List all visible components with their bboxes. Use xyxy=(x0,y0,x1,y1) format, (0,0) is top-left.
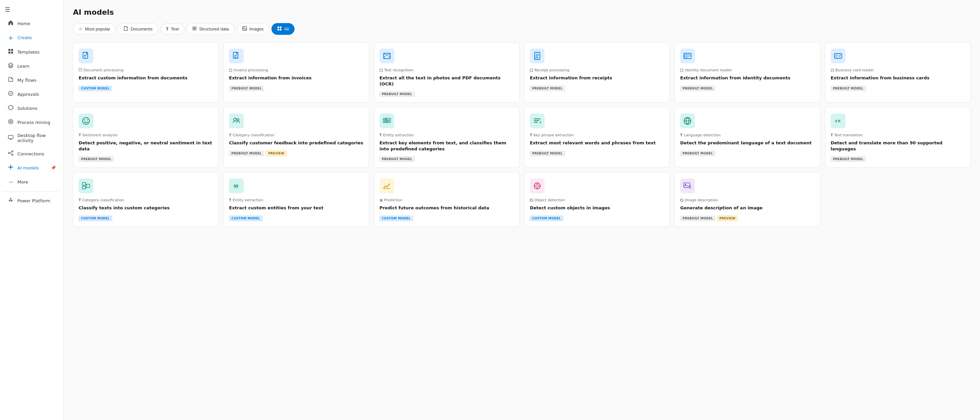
card-object-detection[interactable]: Object detection Detect custom objects i… xyxy=(524,172,670,227)
card-title-biz-card: Extract information from business cards xyxy=(831,75,965,81)
card-icon-text-translation: AA xyxy=(831,113,845,128)
filter-text[interactable]: T Text xyxy=(160,24,185,35)
badge-row-invoice: PREBUILT MODEL xyxy=(229,85,363,91)
sidebar-item-ai-models[interactable]: AI models 📌 xyxy=(2,161,61,174)
sidebar-item-process-mining[interactable]: Process mining xyxy=(2,115,61,129)
badge-custom-doc: CUSTOM MODEL xyxy=(79,86,112,91)
all-filter-icon xyxy=(277,26,282,32)
badge-preview-cat: PREVIEW xyxy=(266,151,286,156)
card-category-custom[interactable]: T Category classification Classify texts… xyxy=(73,172,218,227)
filter-structured-data[interactable]: Structured data xyxy=(186,23,235,35)
sidebar-label-create: Create xyxy=(18,35,32,40)
card-meta-category-prebuilt: T Category classification xyxy=(229,133,363,137)
sidebar-item-connections[interactable]: Connections xyxy=(2,147,61,160)
badge-custom-cat2: CUSTOM MODEL xyxy=(79,216,112,221)
card-title-key-phrase: Extract most relevant words and phrases … xyxy=(530,140,664,146)
process-mining-icon xyxy=(7,119,14,126)
sidebar-item-desktop-flow[interactable]: Desktop flow activity xyxy=(2,129,61,146)
sidebar-item-power-platform[interactable]: Power Platform xyxy=(2,194,61,207)
card-sentiment[interactable]: T Sentiment analysis Detect positive, ne… xyxy=(73,107,218,168)
card-key-phrase[interactable]: T Key phrase extraction Extract most rel… xyxy=(524,107,670,168)
svg-rect-22 xyxy=(277,26,279,28)
sidebar-item-templates[interactable]: Templates xyxy=(2,45,61,59)
badge-row-entity-prebuilt: PREBUILT MODEL xyxy=(380,155,514,162)
filter-images[interactable]: Images xyxy=(237,23,269,35)
card-invoice-processing[interactable]: Invoice processing Extract information f… xyxy=(223,42,369,102)
card-icon-doc-processing xyxy=(79,49,93,63)
card-title-entity-prebuilt: Extract key elements from text, and clas… xyxy=(380,140,514,152)
sidebar-label-desktop-flow: Desktop flow activity xyxy=(18,133,56,143)
svg-rect-45 xyxy=(86,184,90,188)
power-platform-icon xyxy=(7,197,14,204)
svg-point-37 xyxy=(237,118,239,121)
svg-text:A: A xyxy=(838,119,841,123)
pin-icon[interactable]: 📌 xyxy=(51,166,56,170)
svg-point-9 xyxy=(8,152,10,154)
sidebar-item-home[interactable]: Home xyxy=(2,17,61,30)
svg-point-14 xyxy=(13,167,13,168)
sidebar-item-more[interactable]: ··· More xyxy=(2,175,61,189)
card-icon-category-prebuilt xyxy=(229,113,243,128)
sidebar-item-learn[interactable]: Learn xyxy=(2,59,61,73)
svg-point-6 xyxy=(9,120,13,124)
card-icon-entity-prebuilt xyxy=(380,113,394,128)
badge-prebuilt-language: PREBUILT MODEL xyxy=(680,151,715,156)
star-icon: ☆ xyxy=(79,26,83,32)
approvals-icon xyxy=(7,91,14,97)
card-identity-doc[interactable]: Identity document reader Extract informa… xyxy=(675,42,820,102)
card-title-language: Detect the predominant language of a tex… xyxy=(680,140,815,146)
svg-rect-19 xyxy=(192,29,196,30)
sidebar-label-more: More xyxy=(18,179,28,185)
card-entity-custom[interactable]: 99 T Entity extraction Extract custom en… xyxy=(223,172,369,227)
card-icon-prediction xyxy=(380,179,394,193)
filter-label-most-popular: Most popular xyxy=(85,26,110,32)
sidebar-item-my-flows[interactable]: My flows xyxy=(2,73,61,87)
card-icon-identity xyxy=(680,49,695,63)
card-receipt-processing[interactable]: Receipt processing Extract information f… xyxy=(524,42,670,102)
card-entity-prebuilt[interactable]: T Entity extraction Extract key elements… xyxy=(374,107,519,168)
svg-point-58 xyxy=(681,199,681,200)
filter-all[interactable]: All xyxy=(272,23,294,35)
sidebar-label-power-platform: Power Platform xyxy=(18,198,50,203)
sidebar-toggle[interactable]: ☰ xyxy=(0,3,63,16)
svg-rect-1 xyxy=(11,49,13,51)
filter-label-documents: Documents xyxy=(130,26,153,32)
sidebar-item-approvals[interactable]: Approvals xyxy=(2,88,61,101)
images-filter-icon xyxy=(242,26,247,32)
svg-rect-8 xyxy=(8,135,13,139)
svg-point-10 xyxy=(12,151,13,152)
badge-prebuilt-biz-card: PREBUILT MODEL xyxy=(831,86,866,91)
card-biz-card[interactable]: Business card reader Extract information… xyxy=(825,42,970,102)
badge-prebuilt-sentiment: PREBUILT MODEL xyxy=(79,157,114,162)
home-icon xyxy=(7,20,14,27)
card-text-translation[interactable]: AA T Text translation Detect and transla… xyxy=(825,107,970,168)
hamburger-icon: ☰ xyxy=(5,6,10,13)
sidebar-label-solutions: Solutions xyxy=(18,106,38,111)
svg-point-52 xyxy=(536,185,539,187)
filter-most-popular[interactable]: ☆ Most popular xyxy=(73,24,116,35)
svg-rect-43 xyxy=(82,182,86,185)
card-prediction[interactable]: Prediction Predict future outcomes from … xyxy=(374,172,519,227)
sidebar-item-create[interactable]: + Create xyxy=(2,31,61,45)
card-meta-text-recognition: Text recognition xyxy=(380,68,514,72)
card-category-prebuilt[interactable]: T Category classification Classify custo… xyxy=(223,107,369,168)
filter-label-structured-data: Structured data xyxy=(199,26,229,32)
card-text-recognition[interactable]: Text recognition Extract all the text in… xyxy=(374,42,519,102)
card-icon-receipt xyxy=(530,49,544,63)
card-icon-image-description xyxy=(680,179,695,193)
badge-row-prediction: CUSTOM MODEL xyxy=(380,214,514,221)
badge-row-category-custom: CUSTOM MODEL xyxy=(79,214,213,221)
filter-documents[interactable]: Documents xyxy=(118,23,158,35)
card-language-detection[interactable]: T Language detection Detect the predomin… xyxy=(675,107,820,168)
sidebar-item-solutions[interactable]: Solutions xyxy=(2,102,61,115)
card-meta-entity-custom: T Entity extraction xyxy=(229,198,363,202)
card-title-receipt: Extract information from receipts xyxy=(530,75,664,81)
text-filter-icon: T xyxy=(166,27,169,32)
card-meta-prediction: Prediction xyxy=(380,198,514,202)
badge-row-biz-card: PREBUILT MODEL xyxy=(831,85,965,91)
svg-rect-2 xyxy=(8,51,10,54)
card-doc-processing[interactable]: Document processing Extract custom infor… xyxy=(73,42,218,102)
badge-prebuilt-keyphrase: PREBUILT MODEL xyxy=(530,151,565,156)
card-image-description[interactable]: Image description Generate description o… xyxy=(675,172,820,227)
svg-marker-5 xyxy=(8,105,13,110)
